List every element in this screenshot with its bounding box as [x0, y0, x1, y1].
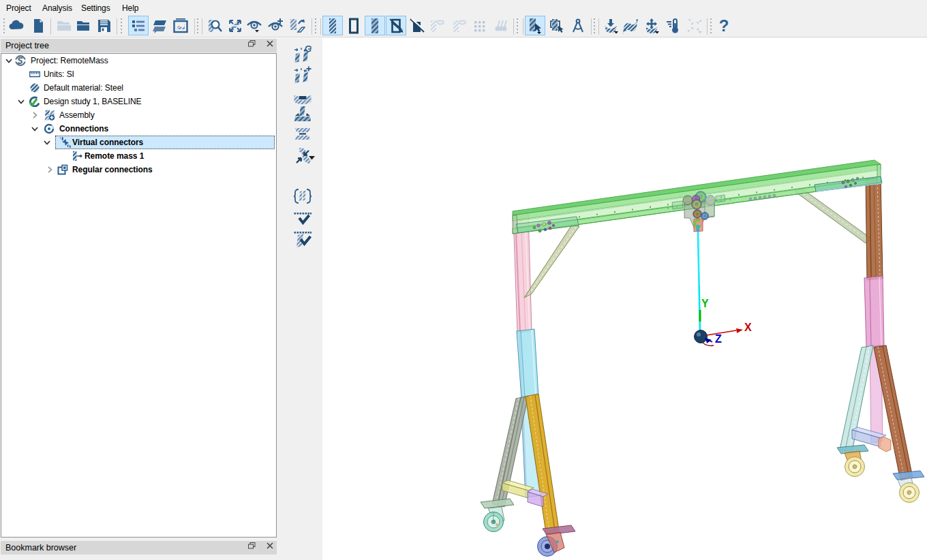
svg-text:Z: Z: [715, 333, 722, 345]
svg-text:?: ?: [719, 18, 729, 34]
svg-text:Y: Y: [701, 298, 709, 309]
svg-text:X: X: [744, 322, 752, 333]
